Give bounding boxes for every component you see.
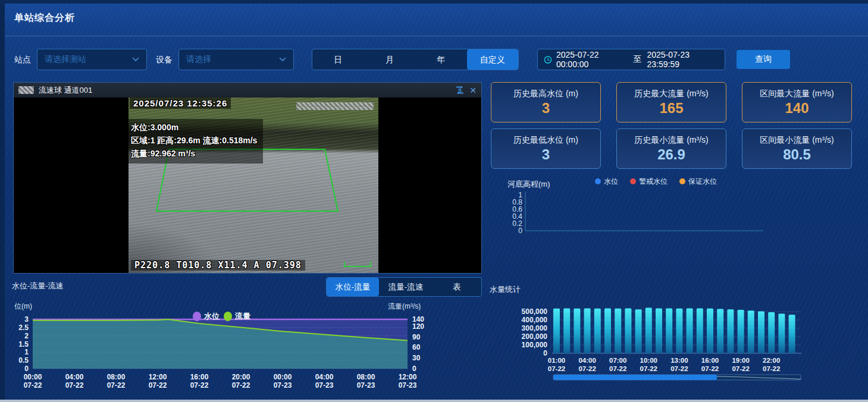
legend-dot	[679, 178, 685, 184]
stat-label: 历史最低水位 (m)	[491, 135, 600, 146]
x-tick-date: 07-22	[763, 365, 780, 372]
legend-label: 水位	[604, 177, 618, 186]
x-tick-time: 16:00	[190, 373, 209, 381]
osd-info-block: 水位:3.000m 区域:1 距高:29.6m 流速:0.518m/s 流量:9…	[129, 119, 263, 164]
bar	[727, 309, 734, 353]
bar	[676, 309, 682, 353]
legend-label: 保证水位	[688, 177, 717, 186]
video-title: 流速球 通道001	[39, 85, 92, 96]
x-tick-time: 00:00	[24, 373, 42, 381]
video-body: 2025/07/23 12:35:26 水位:3.000m 区域:1 距高:29…	[14, 98, 481, 273]
bar	[789, 315, 795, 353]
y-tick: 0	[518, 227, 522, 235]
y-tick: 100,000	[522, 341, 548, 349]
osd-telemetry: P220.8 T010.8 X11.4 A 07.398	[131, 260, 305, 271]
x-tick-date: 07-22	[232, 381, 250, 390]
tab-flow-velocity[interactable]: 流量-流速	[379, 278, 433, 296]
x-tick-time: 04:00	[578, 357, 596, 364]
datazoom-handle[interactable]	[553, 375, 717, 380]
tab-day[interactable]: 日	[312, 49, 364, 70]
stat-card-history-min-stage: 历史最低水位 (m) 3	[491, 128, 601, 169]
stat-value: 140	[742, 101, 851, 115]
x-tick-date: 07-22	[190, 381, 209, 390]
left-tick: 3	[24, 315, 29, 324]
legend-dot	[630, 178, 636, 184]
x-tick-time: 13:00	[670, 357, 688, 364]
bar	[748, 310, 754, 353]
device-select[interactable]: 请选择	[178, 49, 294, 70]
x-tick-time: 20:00	[232, 373, 250, 381]
station-label: 站点	[14, 49, 31, 70]
svg-text:S: S	[458, 87, 462, 93]
bar	[717, 309, 723, 354]
legend-label: 流量	[234, 312, 250, 321]
stat-card-history-max-flow: 历史最大流量 (m³/s) 165	[616, 82, 726, 123]
bar	[768, 312, 775, 353]
x-tick-date: 07-22	[609, 365, 626, 372]
hydro-section: 水位-流量-流速 水位-流量 流量-流速 表 32.521.510.501401…	[0, 275, 482, 402]
x-tick-time: 19:00	[732, 357, 749, 364]
period-tab-group: 日 月 年 自定义	[312, 49, 519, 70]
stats-cards: 历史最高水位 (m) 3 历史最大流量 (m³/s) 165 区间最大流量 (m…	[491, 82, 852, 169]
tab-table[interactable]: 表	[433, 278, 481, 296]
right-tick: 90	[412, 333, 421, 341]
query-button[interactable]: 查询	[737, 50, 790, 69]
bar	[594, 309, 601, 353]
chevron-down-icon	[132, 57, 139, 62]
left-tick: 2	[24, 332, 29, 340]
bar	[666, 308, 672, 353]
bar	[778, 314, 785, 353]
bar	[656, 309, 662, 354]
left-tick: 2.5	[18, 324, 29, 332]
bar	[758, 312, 764, 353]
osd-area-distance-velocity: 区域:1 距高:29.6m 流速:0.518m/s	[131, 134, 257, 147]
x-tick-date: 07-22	[107, 381, 126, 390]
x-tick-time: 01:00	[548, 357, 565, 364]
legend-dot	[224, 312, 232, 321]
left-tick: 1	[24, 348, 29, 356]
device-select-value: 请选择	[186, 54, 279, 65]
x-tick-date: 07-22	[670, 365, 688, 372]
stat-card-interval-min-flow: 区间最小流量 (m³/s) 80.5	[742, 128, 852, 169]
date-separator: 至	[632, 54, 643, 65]
legend-label: 警戒水位	[639, 177, 668, 186]
bar	[738, 310, 744, 353]
chevron-down-icon	[279, 57, 286, 62]
page-title: 单站综合分析	[14, 12, 75, 24]
x-tick-time: 04:00	[315, 373, 334, 381]
station-select[interactable]: 请选择测站	[37, 49, 147, 70]
stat-label: 历史最高水位 (m)	[491, 89, 600, 99]
stat-card-interval-max-flow: 区间最大流量 (m³/s) 140	[742, 82, 852, 123]
riverbed-chart: 水位警戒水位保证水位10.80.60.40.20	[506, 174, 866, 246]
osd-water-level: 水位:3.000m	[131, 121, 257, 134]
redacted-station-name	[18, 86, 34, 94]
y-tick: 400,000	[522, 316, 548, 324]
x-tick-date: 07-22	[548, 365, 565, 372]
legend-dot	[193, 312, 201, 321]
tab-year[interactable]: 年	[415, 49, 467, 70]
video-frame: 2025/07/23 12:35:26 水位:3.000m 区域:1 距高:29…	[129, 98, 378, 273]
station-select-value: 请选择测站	[45, 54, 132, 65]
bar	[604, 308, 611, 353]
x-tick-date: 07-23	[357, 381, 375, 390]
close-icon[interactable]: ✕	[469, 86, 477, 95]
y-tick: 200,000	[522, 332, 548, 341]
left-tick: 0	[24, 365, 29, 373]
bar	[584, 309, 591, 354]
date-range-picker[interactable]: 2025-07-22 00:00:00 至 2025-07-23 23:59:5…	[537, 49, 725, 70]
stat-value: 26.9	[617, 147, 726, 162]
stat-label: 区间最大流量 (m³/s)	[742, 89, 851, 99]
stream-toggle-icon[interactable]: S	[455, 86, 465, 95]
bar	[574, 309, 580, 353]
tab-stage-flow[interactable]: 水位-流量	[327, 278, 379, 296]
x-tick-date: 07-22	[732, 365, 749, 372]
hydro-tab-group: 水位-流量 流量-流速 表	[326, 277, 482, 297]
x-tick-time: 08:00	[357, 373, 375, 381]
y-tick: 300,000	[522, 324, 548, 332]
x-tick-date: 07-22	[701, 365, 719, 372]
x-tick-date: 07-22	[24, 381, 42, 390]
tab-month[interactable]: 月	[364, 49, 416, 70]
y-tick: 500,000	[522, 307, 548, 316]
stat-card-history-max-stage: 历史最高水位 (m) 3	[491, 82, 601, 123]
tab-custom[interactable]: 自定义	[467, 49, 519, 70]
